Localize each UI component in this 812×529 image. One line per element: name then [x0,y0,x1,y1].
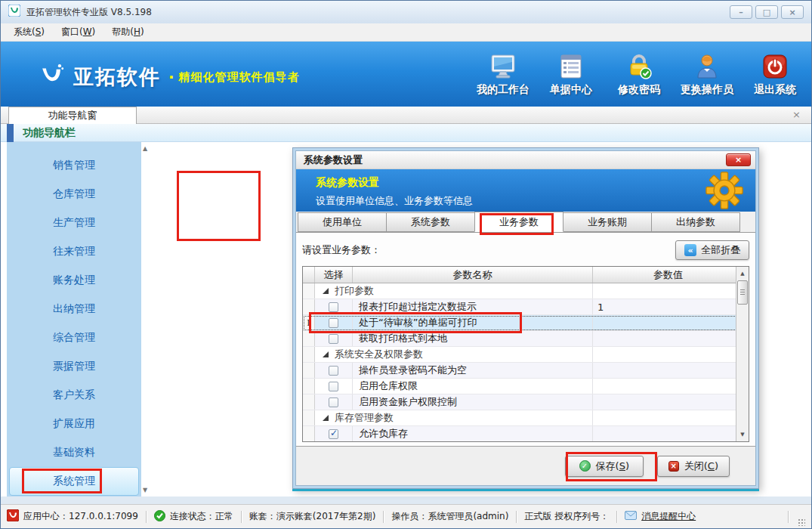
sidebar-item[interactable]: 生产管理 [7,209,141,237]
save-button[interactable]: ✓ 保存(S) [565,456,644,477]
sidebar-item[interactable]: 基础资料 [7,438,141,467]
tab-function-navigation[interactable]: 功能导航窗 [8,107,137,124]
param-checkbox-cell[interactable] [315,426,353,441]
sidebar-item[interactable]: 综合管理 [7,323,141,352]
column-select[interactable]: 选择 [315,267,353,283]
sidebar-item[interactable]: 扩展应用 [7,410,141,438]
param-checkbox-cell[interactable] [315,394,353,410]
param-value-cell[interactable] [593,331,743,346]
expand-triangle-icon[interactable] [323,288,329,294]
row-indicator-cell [303,331,315,346]
column-row-indicator [303,267,315,283]
param-row[interactable]: 报表打印超过指定次数提示 1 [303,299,743,315]
message-center-link[interactable]: 消息提醒中心 [625,510,696,523]
table-scrollbar[interactable]: ▲ ▼ [736,267,749,441]
sidebar-item[interactable]: 仓库管理 [7,180,141,209]
status-connection: 连接状态：正常 [154,510,233,524]
dialog-tab[interactable]: 业务参数 [474,212,563,232]
group-name-cell[interactable]: 系统安全及权限参数 [315,347,593,362]
status-separator [516,511,517,523]
brand-logo-icon [37,61,66,93]
scrollbar-up-icon[interactable]: ▲ [736,268,749,280]
param-value-cell[interactable] [593,394,743,410]
toolbar-item[interactable]: 修改密码 [610,52,668,97]
param-group-row[interactable]: 打印参数 [303,283,743,299]
expand-triangle-icon[interactable] [323,415,329,421]
checkbox[interactable] [329,302,338,312]
param-checkbox-cell[interactable] [315,315,353,330]
sidebar-item[interactable]: 销售管理 [7,151,141,180]
param-row[interactable]: 获取打印格式到本地 [303,331,743,347]
scroll-down-icon[interactable]: ▼ [143,487,147,493]
expand-triangle-icon[interactable] [323,351,329,357]
dialog-tab[interactable]: 使用单位 [298,212,387,232]
column-param-value[interactable]: 参数值 [593,267,743,283]
param-value-cell[interactable]: 1 [593,299,743,314]
close-dialog-button[interactable]: × 关闭(C) [657,456,730,477]
resize-grip[interactable] [798,518,805,526]
group-name-cell[interactable]: 打印参数 [315,283,593,299]
param-row[interactable]: 启用仓库权限 [303,379,743,394]
save-check-icon: ✓ [579,460,591,472]
toolbar-item[interactable]: 退出系统 [746,52,804,97]
checkbox[interactable] [329,366,338,376]
param-value-cell[interactable] [593,379,743,394]
scroll-up-icon[interactable]: ▲ [143,145,147,152]
dialog-banner-subtitle: 设置使用单位信息、业务参数等信息 [316,194,755,208]
change-password-lock-icon [626,52,652,79]
tab-close-icon[interactable]: × [792,109,801,120]
sidebar-item[interactable]: 出纳管理 [7,295,141,323]
checkbox[interactable] [329,398,338,407]
toolbar-item[interactable]: 单据中心 [542,52,600,97]
dialog-banner: 系统参数设置 设置使用单位信息、业务参数等信息 [296,169,755,212]
group-name-cell[interactable]: 库存管理参数 [315,410,593,425]
status-separator [616,511,617,523]
dialog-tab[interactable]: 系统参数 [386,212,475,232]
param-checkbox-cell[interactable] [315,363,353,378]
param-group-row[interactable]: 系统安全及权限参数 [303,347,743,363]
scrollbar-thumb[interactable] [737,280,748,305]
sidebar-item[interactable]: 客户关系 [7,381,141,410]
nav-accent-bar [7,124,14,142]
maximize-button[interactable]: □ [755,5,778,19]
brand-slogan: 精细化管理软件倡导者 [179,70,300,85]
toolbar-item[interactable]: 我的工作台 [474,52,532,97]
menu-item[interactable]: 系统(S) [5,23,53,42]
param-checkbox-cell[interactable] [315,299,353,314]
checkbox[interactable] [329,334,338,344]
checkbox[interactable] [329,318,338,328]
dialog-close-button[interactable]: × [726,153,751,166]
brand-name: 亚拓软件 [73,63,161,91]
param-row[interactable]: 操作员登录密码不能为空 [303,363,743,379]
param-row[interactable]: 启用资金账户权限控制 [303,394,743,410]
sidebar-item[interactable]: 票据管理 [7,352,141,381]
scrollbar-down-icon[interactable]: ▼ [736,428,749,441]
param-checkbox-cell[interactable] [315,379,353,394]
toolbar-item[interactable]: 更换操作员 [678,52,736,97]
table-header: 选择 参数名称 参数值 [303,267,743,283]
close-button[interactable]: × [781,5,804,19]
column-param-name[interactable]: 参数名称 [353,267,593,283]
menu-item[interactable]: 窗口(W) [53,23,103,42]
param-value-cell[interactable] [593,363,743,378]
nav-panel-title: 功能导航栏 [23,126,76,140]
param-group-row[interactable]: 库存管理参数 [303,410,743,426]
param-row[interactable]: 允许负库存 [303,426,743,442]
dialog-tab[interactable]: 出纳参数 [651,212,740,232]
param-checkbox-cell[interactable] [315,331,353,346]
checkbox[interactable] [329,382,338,391]
sidebar-item[interactable]: 系统管理 [9,467,139,496]
document-tab-strip: 功能导航窗 × [1,107,811,124]
minimize-button[interactable]: – [730,5,752,19]
checkbox[interactable] [329,429,338,439]
param-value-cell[interactable] [593,315,743,330]
param-value-cell[interactable] [593,426,743,441]
menu-item[interactable]: 帮助(H) [103,23,152,42]
dialog-tab[interactable]: 业务账期 [563,212,652,232]
brand-separator: · [168,68,174,86]
row-indicator-cell [303,410,315,425]
collapse-all-button[interactable]: « 全部折叠 [675,240,749,260]
sidebar-item[interactable]: 账务处理 [7,266,141,295]
param-row[interactable]: I 处于“待审核”的单据可打印 [303,315,743,331]
sidebar-item[interactable]: 往来管理 [7,237,141,266]
